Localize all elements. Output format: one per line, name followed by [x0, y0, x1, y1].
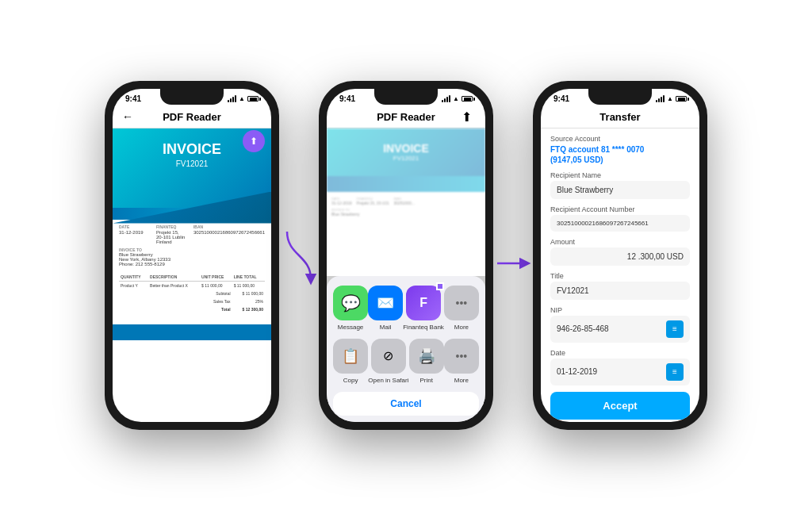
row1-unit: $ 11 000,00	[200, 281, 232, 290]
back-btn-1[interactable]: ←	[122, 110, 133, 123]
share-item-message[interactable]: 💬 Message	[333, 286, 368, 331]
row1-desc: Better than Product X	[148, 281, 200, 290]
tax-row: Sales Tax 25%	[119, 297, 265, 305]
safari-label: Open in Safari	[368, 377, 408, 384]
nip-label: NIP	[550, 306, 690, 314]
date-label: DATE	[119, 224, 150, 229]
recipient-name-label: Recipient Name	[550, 171, 690, 179]
safari-icon: ⊘	[371, 339, 406, 374]
date-col: DATE 31-12-2019	[119, 224, 150, 244]
tax-val: 25%	[232, 297, 265, 305]
subtotal-row: Subtotal $ 11 000,00	[119, 290, 265, 297]
invoice-to-val: Blue Strawberry New York, Albany 12333 P…	[119, 252, 265, 267]
signal-1	[228, 95, 236, 102]
share-item-mail[interactable]: ✉️ Mail	[368, 286, 403, 331]
source-account-section: Source Account FTQ account 81 **** 0070 …	[550, 135, 690, 165]
title-value: FV12021	[550, 282, 690, 300]
mail-icon: ✉️	[368, 286, 403, 320]
date-text: 01-12-2019	[557, 367, 597, 376]
status-icons-3: ▲	[656, 95, 687, 102]
date-section: Date 01-12-2019 ≡	[550, 349, 690, 385]
nip-section: NIP 946-26-85-468 ≡	[550, 306, 690, 343]
more-label-2: More	[454, 377, 469, 384]
share-highlight-1[interactable]: ⬆	[243, 130, 265, 152]
amount-label: Amount	[550, 238, 690, 246]
share-icon-1: ⬆	[250, 136, 258, 147]
arrow-1-svg	[279, 224, 319, 287]
app-header-1: ← PDF Reader ⬆	[113, 106, 271, 128]
time-2: 9:41	[339, 94, 355, 103]
invoice-to-label: INVOICE TO	[119, 247, 142, 252]
invoice-row-date: DATE 31-12-2019 FINANTEQ Projekt 15, 20-…	[119, 224, 265, 244]
finanteq-col: FINANTEQ Projekt 15, 20-101 Lublin Finla…	[156, 224, 187, 244]
invoice-details-1: DATE 31-12-2019 FINANTEQ Projekt 15, 20-…	[113, 220, 271, 318]
date-list-icon[interactable]: ≡	[666, 363, 684, 381]
account-number-label: Recipient Account Number	[550, 205, 690, 213]
date-label-3: Date	[550, 349, 690, 357]
share-btn-2[interactable]: ⬆	[457, 107, 476, 126]
total-label: Total	[200, 305, 232, 313]
share-item-safari[interactable]: ⊘ Open in Safari	[368, 339, 408, 384]
tax-label: Sales Tax	[200, 297, 232, 305]
share-sheet-overlay: 💬 Message ✉️ Mail F	[327, 276, 485, 422]
wifi-3: ▲	[667, 95, 673, 102]
print-icon: 🖨️	[409, 339, 444, 374]
battery-2	[462, 96, 473, 102]
message-icon: 💬	[333, 286, 368, 320]
status-icons-1: ▲	[228, 95, 259, 102]
phone-3: 9:41 ▲ Transfer	[533, 81, 707, 430]
more-icon-2: •••	[444, 339, 479, 374]
account-number-value: 30251000021686097267245661	[550, 215, 690, 232]
share-row-1: 💬 Message ✉️ Mail F	[333, 286, 479, 331]
finanteq-label: Finanteq Bank	[403, 324, 444, 331]
share-item-print[interactable]: 🖨️ Print	[409, 339, 444, 384]
message-label: Message	[338, 324, 363, 331]
print-label: Print	[419, 377, 432, 384]
wifi-1: ▲	[239, 95, 245, 102]
accept-button[interactable]: Accept	[550, 392, 690, 420]
invoice-subtitle-1: FV12021	[125, 159, 259, 168]
app-header-3: Transfer	[541, 106, 699, 128]
phone-1: 9:41 ▲ ← PDF Reader ⬆	[105, 81, 279, 430]
cancel-btn[interactable]: Cancel	[333, 392, 479, 416]
app-title-1: PDF Reader	[163, 111, 221, 123]
phone-3-screen: 9:41 ▲ Transfer	[541, 89, 699, 422]
app-title-2: PDF Reader	[377, 111, 435, 123]
date-value: 01-12-2019 ≡	[550, 359, 690, 385]
finanteq-badge	[436, 282, 444, 290]
arrow-2-svg	[493, 224, 533, 287]
amount-section: Amount 12 .300,00 USD	[550, 238, 690, 266]
nip-list-icon[interactable]: ≡	[666, 320, 684, 338]
app-header-2: PDF Reader ⬆	[327, 106, 485, 128]
battery-3	[676, 96, 687, 102]
total-row: Total $ 12 300,00	[119, 305, 265, 313]
notch-2	[374, 89, 438, 105]
scene: 9:41 ▲ ← PDF Reader ⬆	[0, 0, 812, 510]
transfer-screen: Source Account FTQ account 81 **** 0070 …	[541, 128, 699, 422]
invoice-table: QUANTITY DESCRIPTION UNIT PRICE LINE TOT…	[119, 273, 265, 313]
share-item-copy[interactable]: 📋 Copy	[333, 339, 368, 384]
arrow-2-gap	[493, 224, 533, 287]
iban-val: 302510000216860972672456661	[193, 230, 265, 235]
iban-label: IBAN	[193, 224, 265, 229]
subtotal-val: $ 11 000,00	[232, 290, 265, 297]
table-row-1: Product Y Better than Product X $ 11 000…	[119, 281, 265, 290]
notch-1	[160, 89, 224, 105]
more-icon-1: •••	[444, 286, 479, 320]
share-icon-2: ⬆	[462, 109, 472, 125]
recipient-name-section: Recipient Name Blue Strawberry	[550, 171, 690, 199]
finanteq-icon: F	[406, 286, 441, 320]
date-val: 31-12-2019	[119, 230, 144, 235]
more-label-1: More	[454, 324, 469, 331]
wifi-2: ▲	[453, 95, 459, 102]
row1-qty: Product Y	[119, 281, 148, 290]
transfer-title-3: Transfer	[599, 111, 640, 123]
invoice-bottom-bar	[113, 324, 271, 340]
title-section: Title FV12021	[550, 272, 690, 300]
share-item-more-2[interactable]: ••• More	[444, 339, 479, 384]
share-item-finanteq[interactable]: F Finanteq Bank	[403, 286, 444, 331]
signal-3	[656, 95, 665, 102]
source-account-value: FTQ account 81 **** 0070 (9147,05 USD)	[550, 144, 690, 165]
share-item-more-1[interactable]: ••• More	[444, 286, 479, 331]
finanteq-val: Projekt 15, 20-101 Lublin Finland	[156, 230, 185, 244]
